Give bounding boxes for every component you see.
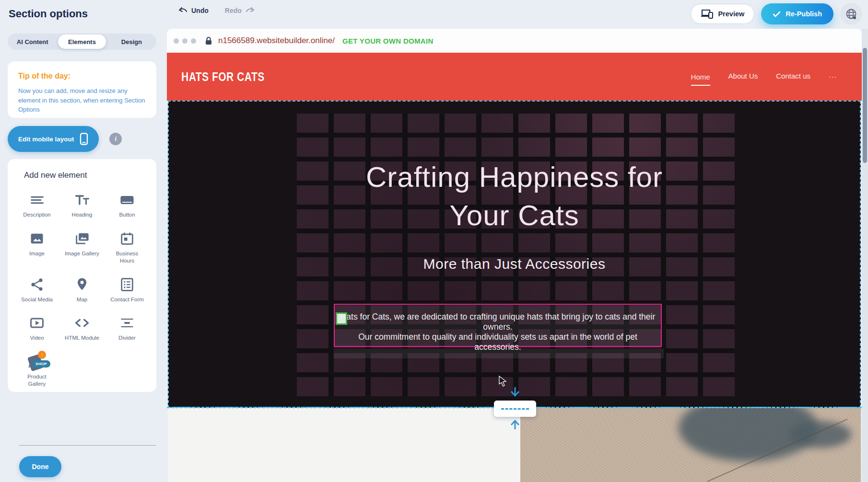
site-url[interactable]: n1566589.websitebuilder.online/ (218, 36, 335, 46)
hero-heading[interactable]: Crafting Happiness for Your Cats (169, 158, 860, 235)
element-label: Map (77, 296, 87, 304)
shop-badge: SHOP (32, 360, 50, 367)
button-icon (119, 192, 135, 208)
element-item-contact-form[interactable]: Contact Form (105, 276, 150, 304)
element-item-heading[interactable]: Heading (59, 192, 105, 219)
element-item-image[interactable]: Image (14, 230, 59, 265)
nav-item-home[interactable]: Home (691, 73, 710, 86)
site-logo[interactable]: HATS FOR CATS (181, 69, 265, 84)
product-gallery-icon: ↑ SHOP (26, 354, 47, 370)
devices-icon (701, 9, 713, 19)
element-item-social-media[interactable]: Social Media (14, 276, 59, 304)
element-label: Image Gallery (65, 250, 99, 258)
hero-section-selected[interactable]: Crafting Happiness for Your Cats More th… (168, 101, 861, 408)
window-dot (174, 38, 179, 44)
scrollbar-thumb[interactable] (863, 48, 867, 163)
section-options-panel: Section options AI Content Elements Desi… (0, 0, 167, 482)
calendar-icon (119, 230, 135, 247)
cat-shadow-small (789, 421, 851, 448)
element-item-map[interactable]: Map (59, 276, 105, 304)
element-item-html-module[interactable]: HTML Module (59, 315, 105, 342)
tip-of-the-day-card: Tip of the day: Now you can add, move an… (8, 61, 156, 118)
tab-design[interactable]: Design (108, 34, 155, 49)
site-header: HATS FOR CATS Home About Us Contact us ·… (167, 53, 862, 101)
checkmark-icon (773, 11, 781, 17)
preview-label: Preview (718, 10, 744, 18)
preview-button[interactable]: Preview (691, 4, 754, 24)
element-item-button[interactable]: Button (105, 192, 150, 219)
next-section-blank-area (168, 408, 520, 482)
window-dot (182, 38, 188, 44)
panel-tabs: AI Content Elements Design (8, 34, 156, 50)
resize-arrow-down-icon (511, 387, 519, 399)
undo-button[interactable]: Undo (178, 7, 209, 14)
element-item-video[interactable]: Video (14, 315, 59, 342)
tab-elements[interactable]: Elements (58, 34, 106, 49)
preview-scrollbar (862, 29, 868, 482)
language-globe-button[interactable] (840, 3, 862, 25)
heading-icon (74, 192, 90, 208)
code-icon (74, 315, 90, 331)
republish-button[interactable]: Re-Publish (761, 3, 833, 24)
element-grid: Description Heading Button (14, 192, 150, 388)
next-section-photo (520, 408, 861, 482)
redo-button[interactable]: Redo (225, 7, 255, 14)
tip-title: Tip of the day: (18, 72, 146, 80)
window-control-dots (174, 38, 196, 44)
edit-mobile-layout-label: Edit mobile layout (18, 136, 74, 143)
tip-body: Now you can add, move and resize any ele… (18, 86, 146, 115)
nav-more-button[interactable]: ··· (829, 73, 837, 80)
nav-item-about-us[interactable]: About Us (728, 72, 758, 82)
mobile-phone-icon (80, 133, 88, 145)
element-label: Button (119, 211, 135, 219)
info-icon[interactable]: i (109, 133, 122, 145)
tab-ai-content[interactable]: AI Content (9, 34, 56, 49)
element-item-image-gallery[interactable]: Image Gallery (59, 230, 105, 265)
element-label: Business Hours (109, 250, 145, 265)
image-icon (29, 230, 45, 247)
element-label: Video (30, 334, 44, 342)
resize-handle-dashes (501, 408, 529, 410)
republish-label: Re-Publish (786, 10, 822, 18)
element-item-product-gallery[interactable]: ↑ SHOP Product Gallery (14, 354, 59, 388)
done-button[interactable]: Done (19, 456, 61, 477)
hero-subheading[interactable]: More than Just Accessories (169, 256, 860, 272)
website-preview: HATS FOR CATS Home About Us Contact us ·… (167, 53, 862, 482)
element-label: Contact Form (110, 296, 144, 304)
share-icon (29, 276, 45, 293)
paragraph-shadow-strip (334, 349, 664, 358)
image-gallery-icon (74, 230, 90, 247)
element-item-divider[interactable]: Divider (105, 315, 150, 342)
panel-title: Section options (9, 8, 88, 20)
contact-form-icon (119, 276, 135, 293)
selection-handle[interactable] (336, 312, 347, 325)
globe-icon (845, 8, 857, 20)
site-nav: Home About Us Contact us ··· (691, 53, 837, 101)
undo-label: Undo (191, 7, 209, 14)
element-label: Divider (118, 334, 136, 342)
browser-chrome-bar: n1566589.websitebuilder.online/ GET YOUR… (167, 29, 862, 53)
element-label: HTML Module (65, 334, 99, 342)
get-your-own-domain-link[interactable]: GET YOUR OWN DOMAIN (342, 37, 434, 45)
hero-heading-line1: Crafting Happiness for (169, 158, 860, 196)
element-label: Product Gallery (19, 373, 55, 388)
paragraph-line1: Hats for Cats, we are dedicated to craft… (335, 312, 661, 332)
section-resize-handle[interactable] (494, 401, 536, 417)
element-item-business-hours[interactable]: Business Hours (105, 230, 150, 265)
add-new-element-card: Add new element Description Heading (8, 159, 156, 392)
mouse-cursor (499, 376, 507, 387)
element-label: Heading (72, 211, 93, 219)
redo-label: Redo (225, 7, 242, 14)
divider-icon (119, 315, 135, 331)
upgrade-arrow-badge: ↑ (38, 351, 46, 359)
resize-arrow-up-icon (511, 418, 519, 429)
add-element-title: Add new element (24, 171, 150, 180)
selected-paragraph-element[interactable]: Hats for Cats, we are dedicated to craft… (334, 304, 662, 347)
element-item-description[interactable]: Description (14, 192, 59, 219)
lock-icon (205, 36, 212, 46)
hero-heading-line2: Your Cats (169, 196, 860, 235)
sidebar-divider (19, 445, 156, 446)
edit-mobile-layout-button[interactable]: Edit mobile layout (8, 126, 99, 152)
undo-icon (178, 7, 188, 14)
nav-item-contact-us[interactable]: Contact us (776, 72, 810, 82)
